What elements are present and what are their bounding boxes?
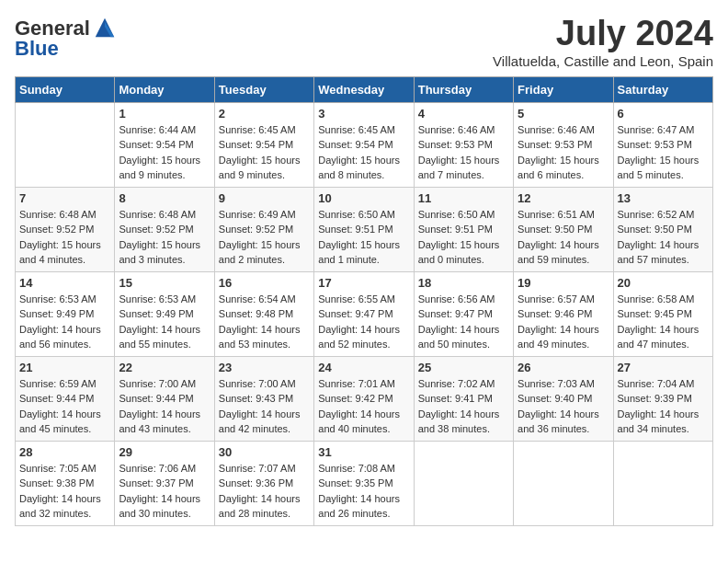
day-number: 28	[19, 445, 110, 459]
calendar-cell: 20Sunrise: 6:58 AM Sunset: 9:45 PM Dayli…	[613, 271, 712, 356]
day-content: Sunrise: 7:05 AM Sunset: 9:38 PM Dayligh…	[19, 461, 110, 522]
day-content: Sunrise: 6:44 AM Sunset: 9:54 PM Dayligh…	[119, 122, 210, 183]
column-header-tuesday: Tuesday	[214, 76, 313, 102]
day-content: Sunrise: 6:50 AM Sunset: 9:51 PM Dayligh…	[318, 207, 409, 268]
day-content: Sunrise: 7:06 AM Sunset: 9:37 PM Dayligh…	[119, 461, 210, 522]
calendar-cell: 5Sunrise: 6:46 AM Sunset: 9:53 PM Daylig…	[514, 102, 613, 187]
calendar-cell: 6Sunrise: 6:47 AM Sunset: 9:53 PM Daylig…	[613, 102, 712, 187]
day-number: 26	[518, 361, 609, 374]
day-number: 8	[119, 191, 210, 205]
calendar-cell: 2Sunrise: 6:45 AM Sunset: 9:54 PM Daylig…	[214, 102, 313, 187]
day-content: Sunrise: 6:49 AM Sunset: 9:52 PM Dayligh…	[219, 207, 310, 268]
logo-blue-text: Blue	[15, 39, 59, 59]
calendar-cell: 30Sunrise: 7:07 AM Sunset: 9:36 PM Dayli…	[214, 441, 313, 525]
day-number: 4	[418, 107, 509, 121]
day-number: 7	[19, 191, 110, 205]
day-content: Sunrise: 6:55 AM Sunset: 9:47 PM Dayligh…	[318, 292, 409, 352]
column-header-wednesday: Wednesday	[314, 76, 414, 102]
page-subtitle: Villatuelda, Castille and Leon, Spain	[493, 53, 713, 69]
day-content: Sunrise: 6:53 AM Sunset: 9:49 PM Dayligh…	[19, 292, 110, 352]
day-number: 23	[219, 361, 310, 374]
calendar-cell: 29Sunrise: 7:06 AM Sunset: 9:37 PM Dayli…	[115, 441, 214, 525]
day-content: Sunrise: 7:01 AM Sunset: 9:42 PM Dayligh…	[318, 376, 409, 437]
calendar-cell: 19Sunrise: 6:57 AM Sunset: 9:46 PM Dayli…	[514, 271, 613, 356]
column-header-monday: Monday	[115, 76, 214, 102]
day-number: 17	[318, 276, 409, 290]
day-content: Sunrise: 7:02 AM Sunset: 9:41 PM Dayligh…	[418, 376, 509, 437]
calendar-cell: 24Sunrise: 7:01 AM Sunset: 9:42 PM Dayli…	[314, 356, 414, 441]
calendar-cell: 12Sunrise: 6:51 AM Sunset: 9:50 PM Dayli…	[514, 187, 613, 271]
day-number: 13	[618, 191, 709, 205]
day-number: 30	[219, 445, 310, 459]
week-row-3: 14Sunrise: 6:53 AM Sunset: 9:49 PM Dayli…	[16, 271, 713, 356]
day-number: 27	[618, 361, 709, 374]
week-row-5: 28Sunrise: 7:05 AM Sunset: 9:38 PM Dayli…	[16, 441, 713, 525]
calendar-cell	[16, 102, 115, 187]
calendar-cell: 21Sunrise: 6:59 AM Sunset: 9:44 PM Dayli…	[16, 356, 115, 441]
day-content: Sunrise: 6:52 AM Sunset: 9:50 PM Dayligh…	[618, 207, 709, 268]
day-content: Sunrise: 6:45 AM Sunset: 9:54 PM Dayligh…	[318, 122, 409, 183]
day-number: 9	[219, 191, 310, 205]
day-content: Sunrise: 7:03 AM Sunset: 9:40 PM Dayligh…	[518, 376, 609, 437]
day-content: Sunrise: 6:57 AM Sunset: 9:46 PM Dayligh…	[518, 292, 609, 352]
day-number: 11	[418, 191, 509, 205]
day-content: Sunrise: 7:00 AM Sunset: 9:43 PM Dayligh…	[219, 376, 310, 437]
day-content: Sunrise: 6:50 AM Sunset: 9:51 PM Dayligh…	[418, 207, 509, 268]
day-number: 12	[518, 191, 609, 205]
calendar-cell: 16Sunrise: 6:54 AM Sunset: 9:48 PM Dayli…	[214, 271, 313, 356]
calendar-cell: 27Sunrise: 7:04 AM Sunset: 9:39 PM Dayli…	[613, 356, 712, 441]
week-row-2: 7Sunrise: 6:48 AM Sunset: 9:52 PM Daylig…	[16, 187, 713, 271]
calendar-cell: 26Sunrise: 7:03 AM Sunset: 9:40 PM Dayli…	[514, 356, 613, 441]
day-number: 10	[318, 191, 409, 205]
day-number: 3	[318, 107, 409, 121]
day-number: 22	[119, 361, 210, 374]
day-number: 20	[618, 276, 709, 290]
day-number: 5	[518, 107, 609, 121]
week-row-1: 1Sunrise: 6:44 AM Sunset: 9:54 PM Daylig…	[16, 102, 713, 187]
calendar-cell: 28Sunrise: 7:05 AM Sunset: 9:38 PM Dayli…	[16, 441, 115, 525]
day-number: 29	[119, 445, 210, 459]
day-content: Sunrise: 7:08 AM Sunset: 9:35 PM Dayligh…	[318, 461, 409, 522]
calendar-table: SundayMondayTuesdayWednesdayThursdayFrid…	[15, 76, 713, 526]
calendar-cell: 23Sunrise: 7:00 AM Sunset: 9:43 PM Dayli…	[214, 356, 313, 441]
day-content: Sunrise: 6:53 AM Sunset: 9:49 PM Dayligh…	[119, 292, 210, 352]
day-number: 24	[318, 361, 409, 374]
calendar-cell: 3Sunrise: 6:45 AM Sunset: 9:54 PM Daylig…	[314, 102, 414, 187]
calendar-cell: 10Sunrise: 6:50 AM Sunset: 9:51 PM Dayli…	[314, 187, 414, 271]
day-number: 18	[418, 276, 509, 290]
day-number: 1	[119, 107, 210, 121]
day-number: 21	[19, 361, 110, 374]
calendar-cell: 25Sunrise: 7:02 AM Sunset: 9:41 PM Dayli…	[414, 356, 513, 441]
page-header: General Blue July 2024 Villatuelda, Cast…	[15, 15, 713, 69]
day-content: Sunrise: 6:54 AM Sunset: 9:48 PM Dayligh…	[219, 292, 310, 352]
calendar-cell: 1Sunrise: 6:44 AM Sunset: 9:54 PM Daylig…	[115, 102, 214, 187]
day-content: Sunrise: 7:04 AM Sunset: 9:39 PM Dayligh…	[618, 376, 709, 437]
page-title: July 2024	[493, 15, 713, 53]
calendar-cell: 22Sunrise: 7:00 AM Sunset: 9:44 PM Dayli…	[115, 356, 214, 441]
day-number: 31	[318, 445, 409, 459]
column-header-friday: Friday	[514, 76, 613, 102]
day-number: 15	[119, 276, 210, 290]
day-number: 25	[418, 361, 509, 374]
day-content: Sunrise: 6:59 AM Sunset: 9:44 PM Dayligh…	[19, 376, 110, 437]
calendar-cell: 7Sunrise: 6:48 AM Sunset: 9:52 PM Daylig…	[16, 187, 115, 271]
calendar-cell	[414, 441, 513, 525]
day-content: Sunrise: 6:51 AM Sunset: 9:50 PM Dayligh…	[518, 207, 609, 268]
logo-icon	[92, 15, 118, 40]
day-content: Sunrise: 6:56 AM Sunset: 9:47 PM Dayligh…	[418, 292, 509, 352]
day-content: Sunrise: 6:46 AM Sunset: 9:53 PM Dayligh…	[518, 122, 609, 183]
calendar-cell	[613, 441, 712, 525]
day-content: Sunrise: 6:46 AM Sunset: 9:53 PM Dayligh…	[418, 122, 509, 183]
calendar-cell: 14Sunrise: 6:53 AM Sunset: 9:49 PM Dayli…	[16, 271, 115, 356]
calendar-cell: 17Sunrise: 6:55 AM Sunset: 9:47 PM Dayli…	[314, 271, 414, 356]
calendar-body: 1Sunrise: 6:44 AM Sunset: 9:54 PM Daylig…	[16, 102, 713, 525]
calendar-cell: 18Sunrise: 6:56 AM Sunset: 9:47 PM Dayli…	[414, 271, 513, 356]
calendar-cell: 31Sunrise: 7:08 AM Sunset: 9:35 PM Dayli…	[314, 441, 414, 525]
day-content: Sunrise: 6:58 AM Sunset: 9:45 PM Dayligh…	[618, 292, 709, 352]
calendar-cell: 8Sunrise: 6:48 AM Sunset: 9:52 PM Daylig…	[115, 187, 214, 271]
day-content: Sunrise: 6:47 AM Sunset: 9:53 PM Dayligh…	[618, 122, 709, 183]
header-row: SundayMondayTuesdayWednesdayThursdayFrid…	[16, 76, 713, 102]
calendar-cell	[514, 441, 613, 525]
column-header-thursday: Thursday	[414, 76, 513, 102]
day-number: 6	[618, 107, 709, 121]
